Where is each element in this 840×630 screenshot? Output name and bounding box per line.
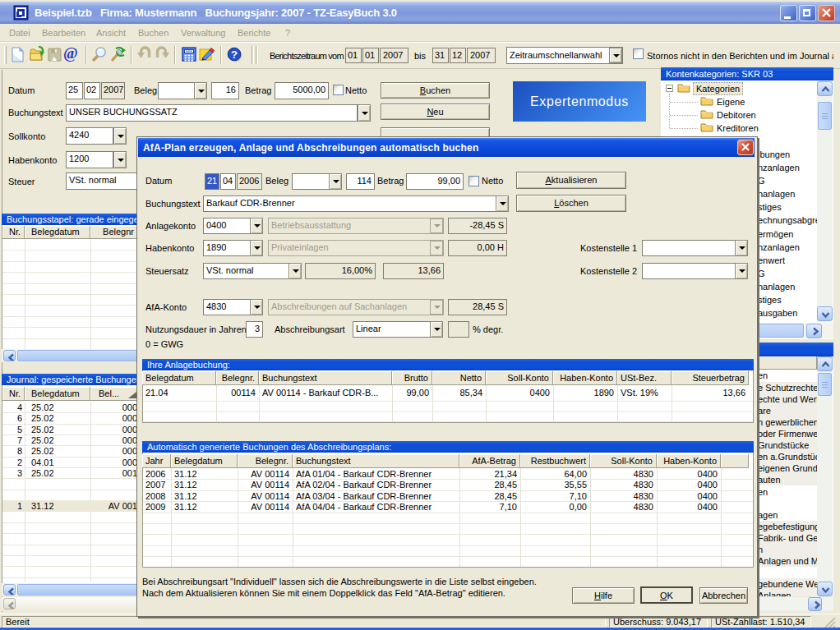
svg-text:?: ? bbox=[231, 48, 238, 61]
